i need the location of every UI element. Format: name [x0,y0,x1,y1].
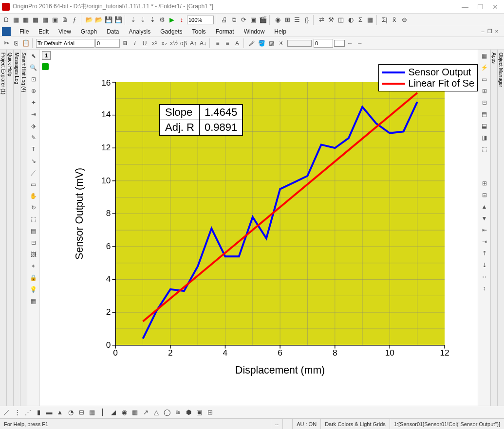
status-au[interactable]: AU : ON [293,419,321,429]
stats-table[interactable]: Slope1.4645 Adj. R0.9891 [159,104,243,136]
align-left-button[interactable]: ≡ [213,39,222,48]
template-btn[interactable]: ⊞ [205,408,214,417]
menu-tools[interactable]: Tools [187,27,211,36]
pan-tool[interactable]: ✋ [29,192,38,200]
new-function-icon[interactable]: ƒ [70,16,79,24]
anti-alias-toggle[interactable]: ▦ [480,52,489,60]
pattern-button[interactable]: ▨ [267,39,276,48]
pointer-tool[interactable]: ⬉ [29,52,38,60]
code-builder-icon[interactable]: {} [302,16,311,24]
layer-btn[interactable]: ▭ [480,75,489,84]
new-notes-icon[interactable]: 🗎 [60,16,69,24]
box-plot-btn[interactable]: ⊟ [77,408,86,417]
mean-icon[interactable]: x̄ [390,16,399,24]
polar-plot-btn[interactable]: ◯ [163,408,171,417]
image-plot-btn[interactable]: ▦ [131,408,139,417]
line-width-combo[interactable] [314,39,333,48]
apps-icon[interactable]: ◫ [336,16,345,24]
x-axis-label[interactable]: Displacement (mm) [235,364,325,376]
zoom-in-tool[interactable]: 🔍 [29,63,38,72]
smart-hint-tab[interactable]: Smart Hint Log (4) [20,50,27,406]
snap-tool[interactable]: ⌖ [29,262,38,270]
align-center-button[interactable]: ≡ [223,39,232,48]
layers-btn[interactable]: ▤ [480,110,489,119]
align-left-btn[interactable]: ⇤ [480,226,489,234]
menu-help[interactable]: Help [269,27,291,36]
duplicate-icon[interactable]: ⧉ [229,16,238,24]
copy-icon[interactable]: ⎘ [12,39,20,48]
underline-button[interactable]: U [140,39,149,48]
pie-plot-btn[interactable]: ◔ [66,408,75,417]
transfer-icon[interactable]: ⇄ [317,16,326,24]
data-selector-tool[interactable]: ⇥ [29,110,38,119]
sigma-icon[interactable]: Σ| [380,16,389,24]
arrow-tool[interactable]: ↘ [29,157,38,165]
origin-menu-icon[interactable] [2,27,11,36]
greek-button[interactable]: αβ [179,39,188,48]
shift-icon[interactable]: ↕ [177,16,186,24]
subscript-button[interactable]: x₂ [160,39,168,48]
batch-process-icon[interactable]: ⚙ [158,16,167,24]
increase-font-button[interactable]: A↑ [189,39,198,48]
zoom-panel-tool[interactable]: ⊡ [29,75,38,84]
arrow-end-button[interactable]: → [355,39,364,48]
apps-tab[interactable]: Apps [490,50,497,406]
new-project-icon[interactable]: 🗋 [2,16,11,24]
align-top-btn[interactable]: ⤒ [480,249,489,258]
merge-btn[interactable]: ⊞ [480,87,489,95]
line-plot-btn[interactable]: ／ [2,408,11,417]
speed-mode-toggle[interactable]: ⚡ [480,63,489,72]
bold-button[interactable]: B [121,39,130,48]
line-style-combo[interactable] [287,40,312,47]
new-excel-icon[interactable]: ▦ [21,16,30,24]
refresh-icon[interactable]: ⟳ [239,16,248,24]
ternary-plot-btn[interactable]: △ [152,408,161,417]
rotate-tool[interactable]: ↻ [29,203,38,212]
back-btn[interactable]: ▼ [480,214,489,223]
3d-bar-btn[interactable]: ▣ [195,408,204,417]
light-button[interactable]: ☀ [277,39,285,48]
bar-plot-btn[interactable]: ▬ [45,408,54,417]
menu-format[interactable]: Format [211,27,239,36]
legend[interactable]: Sensor Output Linear Fit of Se [378,64,478,91]
save-template-icon[interactable]: 💾 [114,16,123,24]
uniform-w-btn[interactable]: ↔ [480,272,489,281]
lock-tool[interactable]: 🔒 [29,273,38,282]
new-graph-icon[interactable]: ▦ [31,16,40,24]
light-tool[interactable]: 💡 [29,285,38,294]
image-tool[interactable]: 🖼 [29,250,38,259]
scatter-plot-btn[interactable]: ⋮ [13,408,21,417]
chart-svg[interactable]: 0 2 4 6 8 10 12 [50,64,473,401]
color-scale-tool[interactable]: ▤ [29,227,38,235]
align-right-btn[interactable]: ⇥ [480,237,489,246]
mdi-close-button[interactable]: × [495,28,498,35]
add-right-btn[interactable]: ◨ [480,133,489,142]
results-log-icon[interactable]: ☰ [293,16,301,24]
recalculate-icon[interactable]: ▶ [168,16,176,24]
text-tool[interactable]: T [29,145,38,154]
stats-icon[interactable]: Σ [356,16,365,24]
vector-plot-btn[interactable]: ↗ [141,408,150,417]
mask-tool[interactable]: ⬗ [29,122,38,130]
quick-help-tab[interactable]: Quick Help [7,50,14,406]
open-icon[interactable]: 📂 [85,16,93,24]
superscript-button[interactable]: x² [150,39,159,48]
stock-plot-btn[interactable]: ┃ [98,408,107,417]
mdi-restore-button[interactable]: ❐ [487,28,492,35]
font-color-button[interactable]: A [233,39,242,48]
new-layout-icon[interactable]: ▣ [51,16,59,24]
digitizer-icon[interactable]: ◉ [273,16,282,24]
menu-view[interactable]: View [54,27,76,36]
uniform-h-btn[interactable]: ↕ [480,284,489,293]
object-manager-tab[interactable]: Object Manager [497,50,504,406]
paste-icon[interactable]: 📋 [21,39,30,48]
mdi-minimize-button[interactable]: – [481,28,484,35]
new-workbook-icon[interactable]: ▦ [12,16,20,24]
font-size-combo[interactable] [95,39,120,48]
graph-workspace[interactable]: 1 [40,50,478,406]
arrow-start-button[interactable]: ← [346,39,355,48]
recalc-lock-icon[interactable] [42,63,49,70]
button-tool[interactable]: ⊟ [29,238,38,247]
supersub-button[interactable]: x½ [169,39,178,48]
line-symbol-btn[interactable]: ⋰ [23,408,32,417]
